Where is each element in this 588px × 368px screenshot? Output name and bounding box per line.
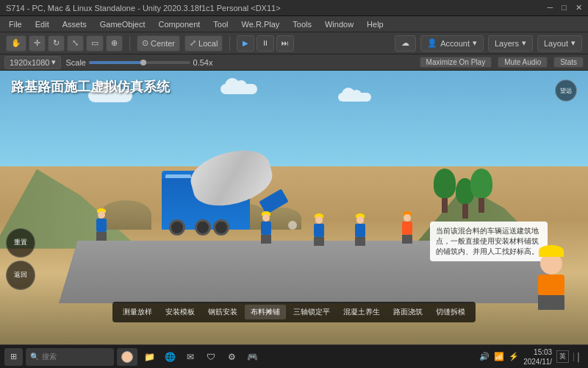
close-btn[interactable]: ✕ — [576, 3, 582, 13]
account-icon: 👤 — [427, 38, 437, 48]
windows-icon: ⊞ — [10, 352, 17, 361]
worker-1 — [94, 208, 109, 238]
game-viewport[interactable]: 路基路面施工虚拟仿真系统 望远 当前该混合料的车辆运送建筑地点，一般直接使用安装… — [0, 71, 588, 344]
guide-legs — [538, 295, 564, 310]
menu-component[interactable]: Component — [152, 18, 206, 30]
menu-tools[interactable]: Tools — [287, 18, 318, 30]
menu-window[interactable]: Window — [319, 18, 359, 30]
menu-item-demolding[interactable]: 切缝拆模 — [430, 305, 471, 319]
taskbar-settings-icon[interactable]: ⚙ — [223, 348, 240, 366]
title-text: S714 - PC, Mac & Linux Standalone - Unit… — [6, 4, 281, 13]
reset-button[interactable]: 重置 — [6, 228, 35, 258]
menu-item-install-formwork[interactable]: 安装模板 — [159, 305, 201, 319]
cloud-3 — [338, 93, 371, 102]
taskbar-sound-icon[interactable]: 🔊 — [479, 352, 490, 361]
hand-tool[interactable]: ✋ — [6, 35, 26, 52]
taskbar-game-icon[interactable]: 🎮 — [243, 348, 261, 366]
cloud-icon: ☁ — [401, 38, 409, 48]
maximize-on-play-btn[interactable]: Maximize On Play — [420, 57, 492, 68]
menu-help[interactable]: Help — [361, 18, 390, 30]
scene-title: 路基路面施工虚拟仿真系统 — [11, 78, 170, 96]
sep2 — [229, 36, 230, 51]
pivot-local-btn[interactable]: ⤢ Local — [184, 35, 223, 52]
layers-chevron-icon: ▾ — [522, 38, 526, 48]
guide-helmet — [539, 245, 564, 257]
maximize-btn[interactable]: □ — [562, 3, 567, 13]
menu-item-survey[interactable]: 测量放样 — [117, 305, 158, 319]
menu-item-paving[interactable]: 布料摊铺 — [245, 305, 286, 319]
scale-track[interactable] — [89, 61, 190, 64]
menu-item-curing[interactable]: 混凝土养生 — [337, 305, 386, 319]
back-button[interactable]: 返回 — [6, 261, 35, 290]
clock[interactable]: 15:03 2024/11/ — [523, 347, 552, 367]
left-panel: 重置 返回 — [6, 228, 35, 290]
tree-1 — [434, 169, 456, 213]
combo-tool[interactable]: ⊕ — [106, 35, 123, 52]
taskbar-network-icon[interactable]: 📶 — [494, 352, 504, 361]
guide-head — [540, 252, 562, 275]
taskbar-shield-icon[interactable]: 🛡 — [202, 348, 220, 366]
truck-wheel-front-left — [195, 219, 211, 236]
menu-item-rebar[interactable]: 钢筋安装 — [202, 305, 243, 319]
truck-wheel-right — [213, 219, 229, 236]
search-label: 搜索 — [42, 352, 57, 362]
rotate-tool[interactable]: ↻ — [48, 35, 65, 52]
taskbar-edge-icon[interactable]: 🌐 — [161, 348, 179, 366]
step-button[interactable]: ⏭ — [276, 35, 294, 52]
resolution-dropdown[interactable]: 1920x1080 ▾ — [4, 56, 61, 69]
sep1 — [129, 36, 130, 51]
worker-3 — [312, 213, 326, 243]
taskbar-mail-icon[interactable]: ✉ — [182, 348, 199, 366]
menu-gameobject[interactable]: GameObject — [94, 18, 151, 30]
play-button[interactable]: ▶ — [237, 35, 254, 52]
stats-btn[interactable]: Stats — [553, 57, 584, 68]
start-button[interactable]: ⊞ — [4, 348, 23, 366]
taskbar-battery-icon[interactable]: ⚡ — [509, 352, 519, 361]
search-icon: 🔍 — [30, 353, 39, 361]
taskbar-lang-icon[interactable]: 英 — [556, 350, 569, 363]
minimize-btn[interactable]: ─ — [548, 3, 553, 13]
menu-assets[interactable]: Assets — [57, 18, 93, 30]
layers-button[interactable]: Layers ▾ — [488, 35, 533, 52]
dialog-text: 当前该混合料的车辆运送建筑地点，一般直接使用安装材料铺筑的铺筑内、并用人工找好标… — [436, 227, 539, 255]
menu-bar: File Edit Assets GameObject Component To… — [0, 16, 588, 32]
compass-label: 望远 — [560, 87, 572, 95]
search-bar[interactable]: 🔍 搜索 — [26, 348, 114, 366]
menu-edit[interactable]: Edit — [29, 18, 55, 30]
taskbar-right: 🔊 📶 ⚡ 15:03 2024/11/ 英 │ — [479, 347, 584, 367]
mute-audio-btn[interactable]: Mute Audio — [498, 57, 548, 68]
menu-file[interactable]: File — [3, 18, 28, 30]
tree-3 — [470, 169, 492, 213]
taskbar-explorer-icon[interactable]: 📁 — [140, 348, 158, 366]
compass: 望远 — [555, 79, 577, 102]
menu-weRplay[interactable]: We.R.Play — [236, 18, 286, 30]
menu-item-triaxial[interactable]: 三轴锁定平 — [287, 305, 336, 319]
center-icon: ⊙ — [142, 38, 148, 48]
guide-character — [529, 252, 573, 311]
scale-fill — [89, 61, 143, 64]
transform-tools: ✋ ✛ ↻ ⤡ ▭ ⊕ — [6, 35, 123, 52]
show-desktop-btn[interactable]: │ — [573, 353, 584, 361]
cloud-button[interactable]: ☁ — [395, 35, 416, 52]
taskbar-app-1[interactable] — [117, 348, 137, 366]
scale-tool[interactable]: ⤡ — [67, 35, 84, 52]
layout-chevron-icon: ▾ — [571, 38, 576, 48]
account-button[interactable]: 👤 Account ▾ — [420, 35, 484, 52]
scene-toolbar: 1920x1080 ▾ Scale 0.54x Maximize On Play… — [0, 54, 588, 71]
layout-button[interactable]: Layout ▾ — [537, 35, 582, 52]
clock-time: 15:03 — [523, 347, 552, 357]
scene-toolbar-right: Maximize On Play Mute Audio Stats — [420, 57, 584, 68]
scale-bar: Scale 0.54x — [65, 58, 212, 67]
pivot-center-btn[interactable]: ⊙ Center — [137, 35, 180, 52]
menu-item-pouring[interactable]: 路面浇筑 — [387, 305, 429, 319]
move-tool[interactable]: ✛ — [29, 35, 46, 52]
worker-2 — [259, 211, 273, 241]
worker-4 — [353, 213, 368, 243]
bottom-menu: 测量放样 安装模板 钢筋安装 布料摊铺 三轴锁定平 混凝土养生 路面浇筑 切缝拆… — [112, 302, 476, 322]
cloud-2 — [220, 84, 257, 94]
pause-button[interactable]: ⏸ — [257, 35, 274, 52]
scale-thumb — [140, 60, 146, 66]
rect-tool[interactable]: ▭ — [86, 35, 104, 52]
truck-wheel-left — [169, 219, 185, 236]
menu-tool[interactable]: Tool — [207, 18, 234, 30]
